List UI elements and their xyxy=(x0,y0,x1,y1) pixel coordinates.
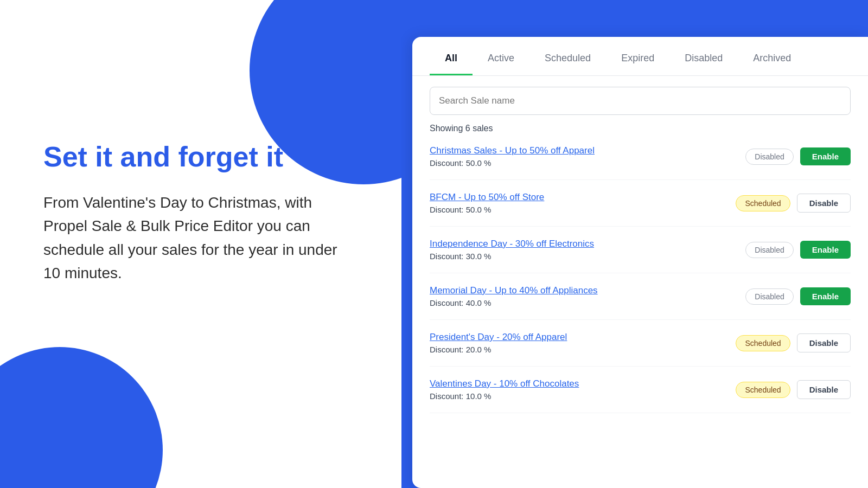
sale-actions: ScheduledDisable xyxy=(736,194,851,213)
search-input[interactable] xyxy=(430,87,851,115)
enable-button[interactable]: Enable xyxy=(800,241,851,259)
sale-name[interactable]: BFCM - Up to 50% off Store xyxy=(430,192,736,203)
table-row: Memorial Day - Up to 40% off AppliancesD… xyxy=(430,273,851,320)
tabs-bar: AllActiveScheduledExpiredDisabledArchive… xyxy=(412,37,868,76)
sale-actions: DisabledEnable xyxy=(745,241,851,259)
table-row: Christmas Sales - Up to 50% off ApparelD… xyxy=(430,133,851,180)
left-content: Set it and forget it From Valentine's Da… xyxy=(43,141,347,285)
sale-discount: Discount: 30.0 % xyxy=(430,252,745,261)
sale-actions: DisabledEnable xyxy=(745,287,851,305)
sale-name[interactable]: Christmas Sales - Up to 50% off Apparel xyxy=(430,145,745,156)
sale-actions: DisabledEnable xyxy=(745,147,851,165)
status-badge: Scheduled xyxy=(736,195,790,211)
sale-discount: Discount: 50.0 % xyxy=(430,205,736,214)
right-panel: AllActiveScheduledExpiredDisabledArchive… xyxy=(401,0,868,488)
sale-name[interactable]: Independence Day - 30% off Electronics xyxy=(430,239,745,249)
sale-discount: Discount: 50.0 % xyxy=(430,158,745,168)
status-badge: Scheduled xyxy=(736,335,790,351)
tab-scheduled[interactable]: Scheduled xyxy=(529,42,606,75)
sale-name[interactable]: President's Day - 20% off Apparel xyxy=(430,332,736,343)
sale-info: Memorial Day - Up to 40% off AppliancesD… xyxy=(430,285,745,307)
sale-info: Independence Day - 30% off ElectronicsDi… xyxy=(430,239,745,261)
enable-button[interactable]: Enable xyxy=(800,147,851,165)
tab-active[interactable]: Active xyxy=(473,42,529,75)
tab-disabled[interactable]: Disabled xyxy=(669,42,738,75)
status-badge: Disabled xyxy=(745,288,793,305)
sale-info: Valentines Day - 10% off ChocolatesDisco… xyxy=(430,378,736,401)
table-row: President's Day - 20% off ApparelDiscoun… xyxy=(430,320,851,367)
sale-info: BFCM - Up to 50% off StoreDiscount: 50.0… xyxy=(430,192,736,214)
headline: Set it and forget it xyxy=(43,141,347,174)
tab-archived[interactable]: Archived xyxy=(738,42,806,75)
sale-discount: Discount: 20.0 % xyxy=(430,345,736,354)
sale-info: Christmas Sales - Up to 50% off ApparelD… xyxy=(430,145,745,168)
table-row: Independence Day - 30% off ElectronicsDi… xyxy=(430,227,851,273)
body-text: From Valentine's Day to Christmas, with … xyxy=(43,191,347,285)
tab-all[interactable]: All xyxy=(430,42,473,75)
sale-discount: Discount: 40.0 % xyxy=(430,298,745,307)
table-row: Valentines Day - 10% off ChocolatesDisco… xyxy=(430,367,851,413)
sales-list: Christmas Sales - Up to 50% off ApparelD… xyxy=(412,133,868,488)
sales-card: AllActiveScheduledExpiredDisabledArchive… xyxy=(412,37,868,488)
disable-button[interactable]: Disable xyxy=(797,194,851,213)
sale-name[interactable]: Valentines Day - 10% off Chocolates xyxy=(430,378,736,389)
showing-count: Showing 6 sales xyxy=(412,115,868,133)
sale-discount: Discount: 10.0 % xyxy=(430,391,736,401)
search-section xyxy=(412,76,868,115)
blue-arc-bottom-decoration xyxy=(0,347,163,488)
status-badge: Disabled xyxy=(745,242,793,258)
status-badge: Disabled xyxy=(745,149,793,165)
disable-button[interactable]: Disable xyxy=(797,333,851,352)
tab-expired[interactable]: Expired xyxy=(606,42,669,75)
disable-button[interactable]: Disable xyxy=(797,380,851,399)
sale-name[interactable]: Memorial Day - Up to 40% off Appliances xyxy=(430,285,745,296)
left-panel: Set it and forget it From Valentine's Da… xyxy=(0,0,412,488)
status-badge: Scheduled xyxy=(736,382,790,398)
sale-actions: ScheduledDisable xyxy=(736,333,851,352)
sale-actions: ScheduledDisable xyxy=(736,380,851,399)
table-row: BFCM - Up to 50% off StoreDiscount: 50.0… xyxy=(430,180,851,227)
enable-button[interactable]: Enable xyxy=(800,287,851,305)
sale-info: President's Day - 20% off ApparelDiscoun… xyxy=(430,332,736,354)
